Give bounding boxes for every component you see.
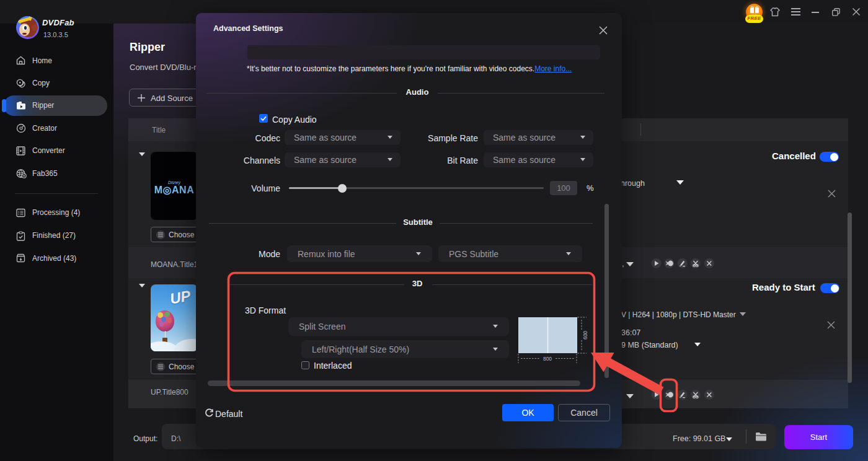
svg-text:800: 800 [543, 356, 552, 362]
svg-text:600: 600 [582, 331, 588, 340]
